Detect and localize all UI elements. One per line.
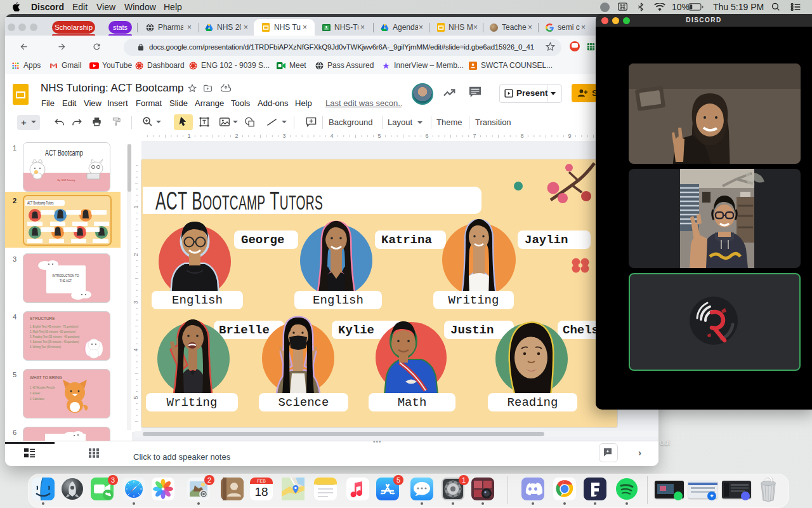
svg-text:2: 2 — [235, 133, 238, 139]
svg-text:3: 3 — [133, 300, 139, 304]
svg-text:5: 5 — [377, 133, 381, 139]
svg-text:6: 6 — [425, 133, 428, 139]
svg-text:7: 7 — [473, 133, 476, 139]
svg-text:9: 9 — [568, 133, 571, 139]
svg-text:FEB: FEB — [257, 479, 266, 483]
svg-text:8: 8 — [520, 133, 523, 139]
svg-text:3: 3 — [282, 133, 285, 139]
svg-text:4: 4 — [330, 133, 333, 139]
svg-text:1: 1 — [133, 205, 139, 208]
svg-text:5: 5 — [133, 396, 139, 399]
svg-text:1: 1 — [187, 133, 190, 139]
svg-text:4: 4 — [133, 348, 139, 351]
svg-text:2: 2 — [133, 253, 139, 256]
svg-text:18: 18 — [254, 485, 268, 498]
